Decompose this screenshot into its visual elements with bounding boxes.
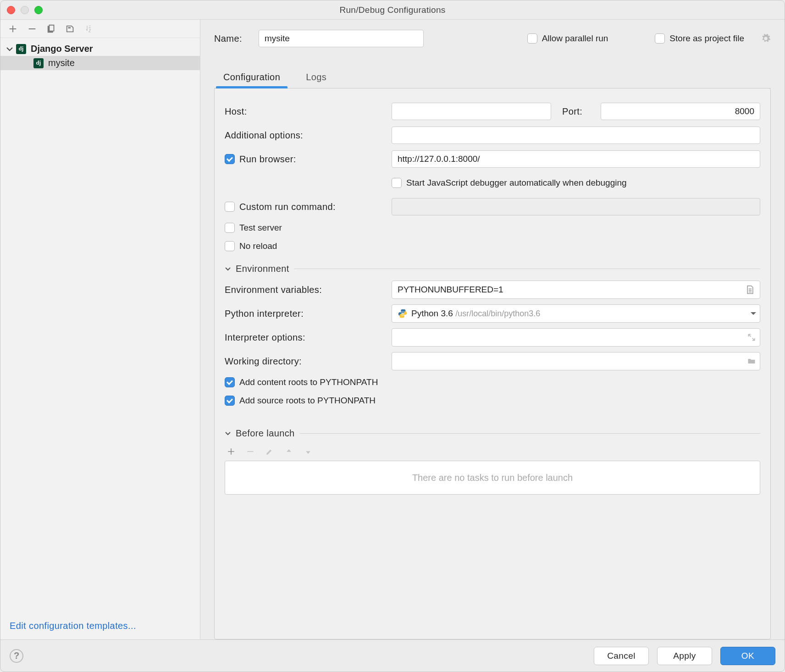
run-browser-checkbox[interactable]: Run browser: [225, 154, 296, 165]
django-icon: dj [33, 58, 44, 68]
name-label: Name: [214, 33, 242, 44]
titlebar: Run/Debug Configurations [0, 0, 785, 20]
before-launch-tasks-list: There are no tasks to run before launch [225, 461, 760, 495]
before-launch-empty-text: There are no tasks to run before launch [412, 473, 573, 483]
host-label: Host: [225, 106, 247, 117]
store-as-project-file-label: Store as project file [669, 33, 744, 44]
expand-icon[interactable] [747, 333, 756, 342]
host-input[interactable] [392, 103, 551, 120]
sidebar-toolbar [0, 20, 200, 38]
run-browser-label: Run browser: [239, 154, 296, 165]
tree-item-label: mysite [48, 58, 75, 68]
window-title: Run/Debug Configurations [0, 5, 785, 15]
env-vars-label: Environment variables: [225, 285, 322, 295]
edit-templates-link[interactable]: Edit configuration templates... [10, 621, 136, 631]
allow-parallel-label: Allow parallel run [542, 33, 608, 44]
additional-options-input[interactable] [392, 127, 760, 144]
custom-run-command-input [392, 198, 760, 215]
tab-configuration[interactable]: Configuration [221, 67, 282, 88]
main-panel: Name: Allow parallel run Store as projec… [200, 20, 785, 639]
before-launch-section-header[interactable]: Before launch [225, 428, 760, 439]
save-template-icon[interactable] [66, 24, 76, 34]
no-reload-checkbox[interactable]: No reload [225, 241, 277, 251]
add-content-roots-checkbox[interactable]: Add content roots to PYTHONPATH [225, 377, 378, 387]
edit-env-vars-icon[interactable] [746, 285, 754, 294]
test-server-checkbox[interactable]: Test server [225, 223, 282, 233]
help-button[interactable]: ? [10, 649, 23, 663]
tree-category-label: Django Server [31, 44, 93, 54]
edit-task-icon [265, 447, 274, 456]
before-launch-section-label: Before launch [236, 428, 295, 439]
custom-run-command-label: Custom run command: [239, 202, 336, 212]
python-interpreter-value: Python 3.6 /usr/local/bin/python3.6 [411, 308, 540, 319]
copy-config-icon[interactable] [46, 24, 56, 34]
configuration-panel: Host: Port: Additional options: Run brow… [214, 88, 771, 639]
python-icon [398, 308, 408, 319]
env-vars-value: PYTHONUNBUFFERED=1 [398, 285, 503, 295]
cancel-button[interactable]: Cancel [594, 647, 649, 665]
config-tree[interactable]: dj Django Server dj mysite [0, 38, 200, 612]
add-content-roots-label: Add content roots to PYTHONPATH [239, 377, 378, 387]
add-config-icon[interactable] [8, 24, 18, 34]
tree-category-django-server[interactable]: dj Django Server [0, 42, 200, 56]
start-js-debugger-label: Start JavaScript debugger automatically … [406, 178, 627, 188]
add-source-roots-label: Add source roots to PYTHONPATH [239, 396, 376, 406]
working-directory-input[interactable] [392, 352, 760, 370]
env-vars-input[interactable]: PYTHONUNBUFFERED=1 [392, 281, 760, 299]
config-tabs: Configuration Logs [214, 67, 771, 88]
remove-task-icon [246, 447, 255, 456]
interpreter-options-input[interactable] [392, 328, 760, 347]
python-interpreter-select[interactable]: Python 3.6 /usr/local/bin/python3.6 [392, 304, 760, 323]
start-js-debugger-checkbox[interactable]: Start JavaScript debugger automatically … [392, 178, 627, 188]
dialog-footer: ? Cancel Apply OK [0, 639, 785, 672]
test-server-label: Test server [239, 223, 282, 233]
interpreter-options-label: Interpreter options: [225, 332, 305, 343]
chevron-down-icon [6, 45, 13, 53]
run-browser-url-input[interactable] [392, 150, 760, 168]
allow-parallel-checkbox[interactable]: Allow parallel run [527, 33, 608, 44]
environment-section-header[interactable]: Environment [225, 264, 760, 274]
name-input[interactable] [259, 30, 424, 47]
port-input[interactable] [601, 103, 760, 120]
python-interpreter-label: Python interpreter: [225, 308, 304, 319]
move-down-icon [304, 447, 313, 456]
folder-icon[interactable] [747, 357, 756, 366]
additional-options-label: Additional options: [225, 130, 303, 141]
config-sidebar: dj Django Server dj mysite Edit configur… [0, 20, 200, 639]
run-debug-config-window: Run/Debug Configurations dj Django Serve… [0, 0, 785, 672]
django-icon: dj [16, 44, 26, 54]
tree-item-mysite[interactable]: dj mysite [0, 56, 200, 70]
add-task-icon[interactable] [227, 447, 236, 456]
tab-logs[interactable]: Logs [304, 67, 328, 88]
environment-section-label: Environment [236, 264, 289, 274]
sort-az-icon[interactable] [85, 24, 95, 34]
add-source-roots-checkbox[interactable]: Add source roots to PYTHONPATH [225, 396, 376, 406]
working-directory-label: Working directory: [225, 356, 302, 367]
ok-button[interactable]: OK [720, 647, 775, 665]
before-launch-toolbar [225, 442, 760, 461]
port-label: Port: [562, 106, 590, 117]
apply-button[interactable]: Apply [657, 647, 712, 665]
chevron-down-icon [750, 310, 757, 317]
chevron-down-icon [225, 430, 231, 437]
no-reload-label: No reload [239, 241, 277, 251]
store-as-project-file-checkbox[interactable]: Store as project file [655, 33, 744, 44]
remove-config-icon[interactable] [27, 24, 37, 34]
chevron-down-icon [225, 266, 231, 272]
move-up-icon [284, 447, 293, 456]
gear-icon[interactable] [761, 33, 771, 44]
custom-run-command-checkbox[interactable]: Custom run command: [225, 202, 336, 212]
